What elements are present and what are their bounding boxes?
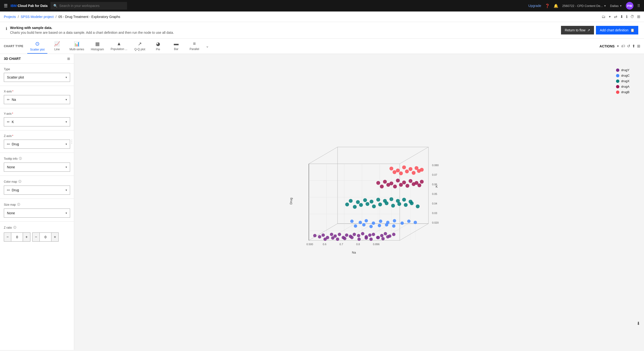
- breadcrumb-layout-icon[interactable]: ⊞: [637, 14, 640, 19]
- search-input[interactable]: [59, 4, 124, 8]
- table-icon[interactable]: ⊞: [637, 44, 640, 48]
- avatar[interactable]: PW: [626, 2, 634, 10]
- breadcrumb-history-icon[interactable]: ⏱: [630, 15, 634, 19]
- z-ratio-increment-2[interactable]: +: [51, 233, 58, 241]
- svg-point-129: [408, 167, 412, 171]
- return-to-flow-button[interactable]: Return to flow ↗: [561, 26, 594, 35]
- chart-type-population[interactable]: ▲ Population ...: [108, 39, 130, 53]
- svg-line-6: [309, 147, 338, 164]
- color-map-field-group: Color map ⓘ ⚯ Drug ▾: [0, 176, 74, 199]
- svg-text:0.03: 0.03: [432, 212, 437, 214]
- svg-point-51: [352, 233, 356, 236]
- tooltip-value: None: [7, 165, 15, 169]
- panel-expand-icon[interactable]: ⊞: [67, 57, 70, 61]
- svg-point-122: [399, 183, 403, 187]
- actions-chevron-icon[interactable]: ▼: [616, 45, 619, 48]
- breadcrumb-project-link[interactable]: SPSS Modeler project: [20, 15, 54, 19]
- notifications-icon[interactable]: 🔔: [554, 4, 558, 8]
- svg-point-101: [349, 199, 352, 203]
- svg-point-87: [385, 223, 388, 226]
- svg-text:0.7: 0.7: [340, 243, 343, 246]
- z-ratio-increment-1[interactable]: +: [23, 233, 30, 241]
- svg-point-55: [368, 233, 372, 237]
- breadcrumb-current-page: 05 - Drug Treatment - Exploratory Graphs: [58, 15, 120, 19]
- pie-icon: ◕: [156, 41, 160, 47]
- x-axis-required: *: [12, 90, 14, 93]
- chart-download-icon[interactable]: ⬇: [636, 321, 640, 326]
- tooltip-chevron-icon: ▾: [66, 165, 67, 169]
- chart-type-qq[interactable]: ↗ Q-Q plot: [131, 39, 148, 53]
- svg-text:0.04: 0.04: [432, 202, 437, 205]
- svg-point-77: [379, 220, 382, 223]
- x-axis-pencil-icon: ✏: [7, 98, 10, 102]
- help-icon[interactable]: ❓: [545, 4, 550, 8]
- tooltip-select[interactable]: None ▾: [4, 163, 70, 172]
- z-ratio-value-2[interactable]: [40, 233, 51, 241]
- z-ratio-decrement-1[interactable]: −: [4, 233, 11, 241]
- banner-title: Working with sample data.: [10, 26, 174, 30]
- add-chart-definition-button[interactable]: Add chart definition 📋: [596, 26, 638, 35]
- z-axis-select[interactable]: ⚯ Drug ▾: [4, 140, 70, 149]
- panel-resize-handle[interactable]: ⋮: [70, 139, 74, 144]
- chart-types-more-button[interactable]: ⌄: [206, 44, 209, 48]
- y-axis-field-group: Y-axis* ✏ K ▾: [0, 108, 74, 131]
- search-icon: 🔍: [53, 4, 58, 8]
- tooltip-info-icon[interactable]: ⓘ: [19, 157, 22, 161]
- size-map-info-icon[interactable]: ⓘ: [17, 203, 20, 207]
- chart-type-pie[interactable]: ◕ Pie: [149, 39, 166, 53]
- z-axis-field-group: Z-axis* ⚯ Drug ▾ ⋮: [0, 131, 74, 153]
- svg-point-79: [393, 219, 396, 222]
- breadcrumb-action-icon-1[interactable]: 🗂: [602, 15, 606, 19]
- hamburger-menu[interactable]: ☰: [4, 3, 8, 8]
- panel-header: 3D CHART ⊞: [0, 54, 74, 64]
- breadcrumb-download-icon[interactable]: ⬇: [620, 14, 623, 19]
- chart-type-bar[interactable]: ▬ Bar: [168, 39, 185, 53]
- population-icon: ▲: [117, 41, 122, 47]
- color-map-info-icon[interactable]: ⓘ: [18, 180, 21, 184]
- tag-icon[interactable]: 🏷: [621, 44, 625, 48]
- user-account-info[interactable]: 2560722 - CPD Content De... ▼: [562, 4, 606, 8]
- chart-type-parallel[interactable]: ≡ Parallel: [186, 39, 203, 53]
- y-axis-required: *: [12, 112, 13, 115]
- scatter-plot-svg: Drug Na K 0.500 0.6 0.7 0.8 0.896 0.020 …: [261, 140, 457, 264]
- z-ratio-decrement-2[interactable]: −: [32, 233, 40, 241]
- svg-point-128: [402, 165, 406, 169]
- svg-point-61: [392, 233, 396, 236]
- refresh-icon[interactable]: ↺: [627, 44, 630, 48]
- chart-type-multi[interactable]: 📊 Multi-series: [66, 39, 87, 53]
- breadcrumb-chevron-icon[interactable]: ▼: [608, 15, 611, 19]
- z-ratio-info-icon[interactable]: ⓘ: [14, 226, 16, 230]
- search-bar[interactable]: 🔍: [50, 2, 127, 10]
- svg-point-58: [380, 234, 384, 237]
- apps-grid-icon[interactable]: ⠿: [637, 4, 640, 8]
- upload-icon[interactable]: ⬆: [632, 44, 635, 48]
- x-axis-select[interactable]: ✏ Na ▾: [4, 95, 70, 104]
- upgrade-button[interactable]: Upgrade: [528, 4, 541, 8]
- svg-point-127: [396, 169, 400, 172]
- svg-point-47: [338, 233, 341, 236]
- x-axis-value: Na: [12, 98, 16, 102]
- color-map-select[interactable]: ⚯ Drug ▾: [4, 186, 70, 195]
- svg-point-65: [350, 236, 354, 239]
- type-select[interactable]: Scatter plot ▾: [4, 73, 70, 82]
- size-map-select[interactable]: None ▾: [4, 209, 70, 218]
- chart-type-histogram[interactable]: ▦ Histogram: [88, 39, 107, 53]
- bar-icon: ▬: [174, 41, 178, 47]
- breadcrumb-projects-link[interactable]: Projects: [4, 15, 16, 19]
- z-axis-required: *: [12, 134, 14, 138]
- bar-label: Bar: [174, 47, 178, 51]
- y-axis-select[interactable]: ✏ K ▾: [4, 117, 70, 126]
- svg-point-92: [366, 202, 369, 206]
- chart-type-scatter[interactable]: ⊙ Scatter plot: [27, 39, 48, 54]
- svg-point-56: [372, 233, 375, 236]
- breadcrumb: Projects / SPSS Modeler project / 05 - D…: [0, 12, 644, 22]
- breadcrumb-info-icon[interactable]: ℹ: [626, 14, 628, 19]
- pie-label: Pie: [156, 48, 160, 51]
- z-ratio-value-1[interactable]: [11, 233, 23, 241]
- location-info[interactable]: Dallas ▼: [610, 4, 622, 8]
- breadcrumb-transfer-icon[interactable]: ⇄: [614, 14, 617, 19]
- chart-type-line[interactable]: 📈 Line: [48, 39, 66, 53]
- svg-point-104: [370, 200, 374, 203]
- svg-point-103: [363, 198, 367, 202]
- legend-dot-drugY: [616, 69, 619, 72]
